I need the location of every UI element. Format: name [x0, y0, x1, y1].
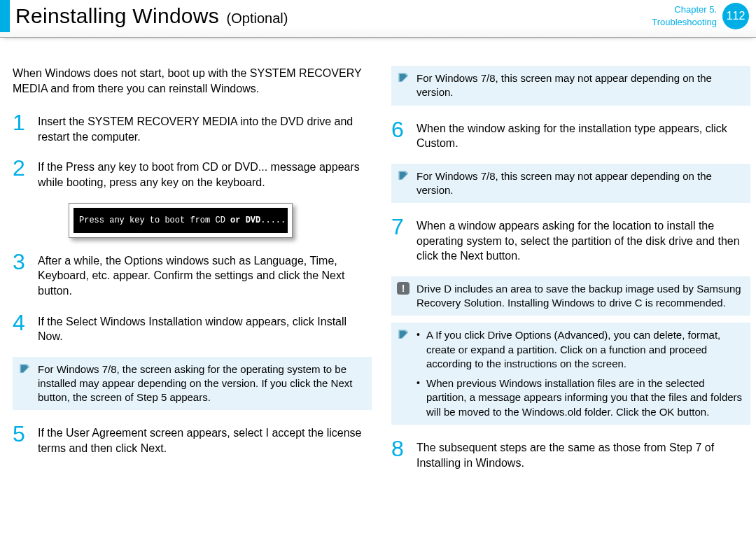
emph: Drive Options (Advanced) [488, 329, 608, 341]
chapter-line1: Chapter 5. [652, 3, 717, 16]
list-item: When previous Windows installation ﬁles … [416, 376, 743, 419]
note-icon [18, 362, 31, 375]
console-pre: Press any key to boot from CD [79, 216, 230, 225]
step-text: When the window asking for the installat… [416, 118, 750, 151]
step-text: Insert the SYSTEM RECOVERY MEDIA into th… [38, 111, 372, 144]
body-columns: When Windows does not start, boot up wit… [0, 38, 756, 477]
note-icon [397, 71, 410, 84]
step-4: 4 If the Select Windows Installation win… [13, 311, 372, 344]
step-number: 7 [391, 216, 408, 264]
title-wrap: Reinstalling Windows (Optional) [15, 4, 288, 28]
text: . [455, 137, 458, 149]
step-number: 2 [13, 157, 29, 190]
chapter-text: Chapter 5. Troubleshooting [652, 3, 717, 28]
chapter-line2: Troubleshooting [652, 16, 717, 29]
emph: Select Windows Installation [66, 316, 202, 327]
page-number-badge: 112 [722, 3, 749, 29]
console-post: ..... [260, 216, 286, 225]
step-1: 1 Insert the SYSTEM RECOVERY MEDIA into … [13, 111, 372, 144]
note-step6: For Windows 7/8, this screen may not app… [391, 164, 750, 204]
note-text: button, the screen of Step 5 appears. [38, 391, 211, 403]
text: If the [38, 161, 66, 173]
step-number: 8 [391, 437, 408, 470]
emph: Next [141, 442, 164, 454]
console-mid: or DVD [230, 216, 260, 225]
alert-step7: ! Drive D includes an area to save the b… [391, 276, 750, 316]
text: Insert the [38, 115, 88, 127]
left-column: When Windows does not start, boot up wit… [13, 66, 372, 470]
emph: OK [659, 406, 675, 418]
step-text: If the Press any key to boot from CD or … [38, 157, 372, 190]
step-text: The subsequent steps are the same as tho… [416, 437, 750, 470]
step-6: 6 When the window asking for the install… [391, 118, 750, 151]
text: . [164, 442, 167, 454]
step-text: If the User Agreement screen appears, se… [38, 423, 372, 456]
alert-text: Drive D includes an area to save the bac… [416, 283, 741, 309]
step-number: 5 [13, 423, 29, 456]
alert-icon: ! [397, 282, 410, 295]
intro-text: When Windows does not start, boot up wit… [13, 66, 372, 96]
page-title: Reinstalling Windows [15, 4, 219, 27]
note-icon [397, 169, 410, 182]
text: window appears, click [202, 316, 318, 327]
step-text: When a window appears asking for the loc… [416, 216, 750, 264]
step-5: 5 If the User Agreement screen appears, … [13, 423, 372, 456]
console-text: Press any key to boot from CD or DVD....… [74, 208, 288, 233]
emph: SYSTEM RECOVERY MEDIA [88, 115, 237, 127]
note-list: A If you click Drive Options (Advanced),… [416, 328, 743, 419]
emph: Next [331, 377, 353, 389]
note-text: For Windows 7/8, the screen asking for t… [38, 363, 346, 389]
emph: Press any key to boot from CD or DVD... [66, 161, 267, 173]
step-number: 3 [13, 251, 29, 299]
step-8: 8 The subsequent steps are the same as t… [391, 437, 750, 470]
right-column: For Windows 7/8, this screen may not app… [391, 66, 750, 470]
header-accent-bar [0, 0, 10, 32]
step-text: If the Select Windows Installation windo… [38, 311, 372, 344]
text: button. [674, 406, 709, 418]
step-7: 7 When a window appears asking for the l… [391, 216, 750, 264]
page-header: Reinstalling Windows (Optional) Chapter … [0, 0, 756, 38]
text: and then click [66, 442, 141, 454]
text: If the [38, 316, 66, 327]
text: A If you click [426, 329, 488, 341]
step-2: 2 If the Press any key to boot from CD o… [13, 157, 372, 190]
step-text: After a while, the Options windows such … [38, 251, 372, 299]
step-number: 6 [391, 118, 408, 151]
note-top: For Windows 7/8, this screen may not app… [391, 66, 750, 106]
text: . [59, 330, 62, 342]
step-number: 4 [13, 311, 29, 344]
list-item: A If you click Drive Options (Advanced),… [416, 328, 743, 371]
text: If the User Agreement screen appears, se… [38, 427, 266, 439]
console-screenshot: Press any key to boot from CD or DVD....… [69, 203, 293, 238]
step-number: 1 [13, 111, 29, 144]
note-text: For Windows 7/8, this screen may not app… [416, 170, 712, 196]
note-icon [397, 328, 410, 341]
page-subtitle: (Optional) [227, 10, 288, 26]
text: When the window asking for the installat… [416, 122, 727, 134]
note-text: For Windows 7/8, this screen may not app… [416, 72, 712, 98]
note-step7-list: A If you click Drive Options (Advanced),… [391, 323, 750, 425]
emph: Custom [416, 137, 455, 149]
note-step4: For Windows 7/8, the screen asking for t… [13, 357, 372, 411]
step-3: 3 After a while, the Options windows suc… [13, 251, 372, 299]
chapter-box: Chapter 5. Troubleshooting 112 [652, 3, 749, 29]
